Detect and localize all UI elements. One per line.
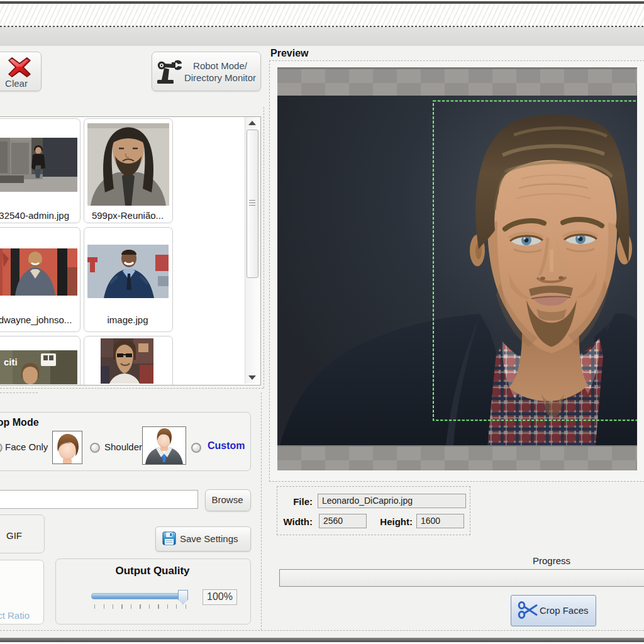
svg-text:citi: citi <box>4 357 18 367</box>
